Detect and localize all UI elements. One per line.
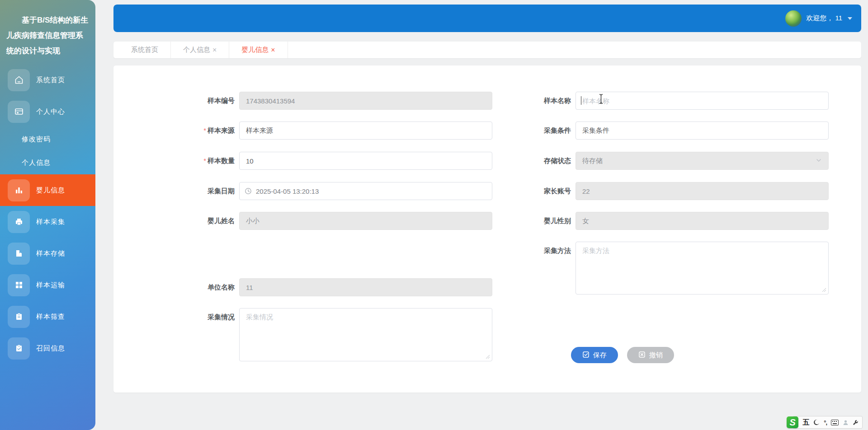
sidebar-item-personal-center[interactable]: 个人中心 <box>0 96 95 127</box>
home-icon <box>8 69 30 91</box>
user-menu[interactable]: 欢迎您， 11 <box>785 5 852 32</box>
sample-qty-label: *样本数量 <box>185 152 235 170</box>
sidebar-item-baby-info[interactable]: 婴儿信息 <box>0 174 95 206</box>
form-item-collect-condition: 采集条件 <box>521 122 829 140</box>
close-tab-icon[interactable]: × <box>271 46 275 54</box>
tab-personal-info[interactable]: 个人信息 × <box>171 42 229 58</box>
username: 11 <box>835 14 842 22</box>
sidebar-item-sample-screening[interactable]: 样本筛查 <box>0 301 95 332</box>
sidebar-item-label: 样本存储 <box>36 249 65 258</box>
sample-name-label: 样本名称 <box>521 92 571 110</box>
form-item-sample-name: 样本名称 <box>521 92 829 110</box>
save-button[interactable]: 保存 <box>571 347 618 363</box>
sidebar-item-label: 召回信息 <box>36 344 65 353</box>
sogou-logo-icon[interactable]: S <box>787 416 798 428</box>
chevron-down-icon <box>816 157 822 165</box>
book-icon <box>8 243 30 265</box>
form-item-sample-qty: *样本数量 <box>185 152 492 170</box>
collect-date-field[interactable] <box>239 182 492 200</box>
collect-method-field[interactable] <box>576 242 829 294</box>
form-item-baby-name: 婴儿姓名 <box>185 212 492 230</box>
sidebar-item-label: 样本筛查 <box>36 313 65 321</box>
sidebar-item-sample-storage[interactable]: 样本存储 <box>0 238 95 269</box>
form-item-collect-date: 采集日期 <box>185 182 492 200</box>
sidebar: 基于B/S结构的新生儿疾病筛查信息管理系统的设计与实现 系统首页 个人中心 修改… <box>0 0 95 430</box>
sample-source-field[interactable] <box>239 122 492 140</box>
sidebar-item-label: 样本采集 <box>36 218 65 226</box>
wrench-icon[interactable] <box>853 420 859 425</box>
sidebar-item-label: 修改密码 <box>22 135 51 144</box>
tab-baby-info[interactable]: 婴儿信息 × <box>229 42 288 58</box>
collect-date-label: 采集日期 <box>185 182 235 200</box>
storage-status-label: 存储状态 <box>521 152 571 170</box>
welcome-text: 欢迎您， 11 <box>806 14 842 23</box>
tab-system-home[interactable]: 系统首页 <box>119 42 171 58</box>
baby-name-label: 婴儿姓名 <box>185 212 235 230</box>
ime-toolbar: S 五 °, <box>793 416 863 429</box>
sidebar-item-change-password[interactable]: 修改密码 <box>0 127 95 151</box>
collect-situation-field[interactable] <box>239 308 492 361</box>
collect-method-label: 采集方法 <box>521 242 571 260</box>
sidebar-item-system-home[interactable]: 系统首页 <box>0 64 95 96</box>
sidebar-menu: 系统首页 个人中心 修改密码 个人信息 婴儿信息 样本采集 <box>0 64 95 364</box>
avatar[interactable] <box>785 10 802 27</box>
cancel-x-square-icon <box>638 351 646 360</box>
sample-no-label: 样本编号 <box>185 92 235 110</box>
form-item-sample-no: 样本编号 <box>185 92 492 110</box>
clock-icon <box>245 187 252 196</box>
close-tab-icon[interactable]: × <box>212 46 217 54</box>
top-header-bar: 欢迎您， 11 <box>113 5 861 32</box>
sample-qty-field[interactable] <box>239 152 492 170</box>
sidebar-item-sample-collect[interactable]: 样本采集 <box>0 206 95 238</box>
bar-chart-icon <box>8 179 30 201</box>
clipboard-check-icon <box>8 337 30 360</box>
baby-info-form-card: 样本编号 *样本来源 *样本数量 采集日期 婴儿姓名 单位名称 采集情况 <box>113 65 861 393</box>
sidebar-item-personal-info[interactable]: 个人信息 <box>0 151 95 174</box>
sidebar-item-label: 个人信息 <box>22 159 51 167</box>
form-item-baby-gender: 婴儿性别 <box>521 212 829 230</box>
person-icon[interactable] <box>843 420 849 425</box>
printer-icon <box>8 211 30 233</box>
parent-account-label: 家长账号 <box>521 182 571 200</box>
save-check-square-icon <box>582 351 590 360</box>
form-item-parent-account: 家长账号 <box>521 182 829 200</box>
form-actions: 保存 撤销 <box>571 347 674 363</box>
sidebar-item-sample-transport[interactable]: 样本运输 <box>0 269 95 301</box>
sidebar-item-label: 系统首页 <box>36 76 65 84</box>
resize-handle-icon[interactable] <box>486 353 490 361</box>
storage-status-select[interactable]: 待存储 <box>576 152 829 170</box>
unit-name-field <box>239 278 492 296</box>
baby-name-field <box>239 212 492 230</box>
punctuation-icon[interactable]: °, <box>824 419 827 426</box>
clipboard-icon <box>8 306 30 328</box>
sample-name-field[interactable] <box>576 92 829 110</box>
chevron-down-icon <box>848 17 852 20</box>
tab-bar: 系统首页 个人信息 × 婴儿信息 × <box>113 42 861 58</box>
collect-situation-label: 采集情况 <box>185 308 235 326</box>
sidebar-item-recall-info[interactable]: 召回信息 <box>0 332 95 364</box>
sidebar-item-label: 个人中心 <box>36 108 65 116</box>
sample-no-field <box>239 92 492 110</box>
form-item-collect-situation: 采集情况 <box>185 308 492 363</box>
form-item-collect-method: 采集方法 <box>521 242 829 296</box>
keyboard-icon[interactable] <box>831 420 839 425</box>
resize-handle-icon[interactable] <box>822 286 826 294</box>
parent-account-field <box>576 182 829 200</box>
moon-icon[interactable] <box>813 419 820 425</box>
grid-icon <box>8 274 30 296</box>
sample-source-label: *样本来源 <box>185 122 235 140</box>
required-mark: * <box>203 126 206 134</box>
collect-condition-field[interactable] <box>576 122 829 140</box>
unit-name-label: 单位名称 <box>185 278 235 296</box>
form-item-unit-name: 单位名称 <box>185 278 492 296</box>
ime-mode-wubi[interactable]: 五 <box>802 418 809 427</box>
sidebar-item-label: 样本运输 <box>36 281 65 290</box>
app-title: 基于B/S结构的新生儿疾病筛查信息管理系统的设计与实现 <box>0 13 95 59</box>
baby-gender-field <box>576 212 829 230</box>
cancel-button[interactable]: 撤销 <box>627 347 674 363</box>
form-item-sample-source: *样本来源 <box>185 122 492 140</box>
required-mark: * <box>203 157 206 164</box>
baby-gender-label: 婴儿性别 <box>521 212 571 230</box>
collect-condition-label: 采集条件 <box>521 122 571 140</box>
sidebar-item-label: 婴儿信息 <box>36 186 65 195</box>
